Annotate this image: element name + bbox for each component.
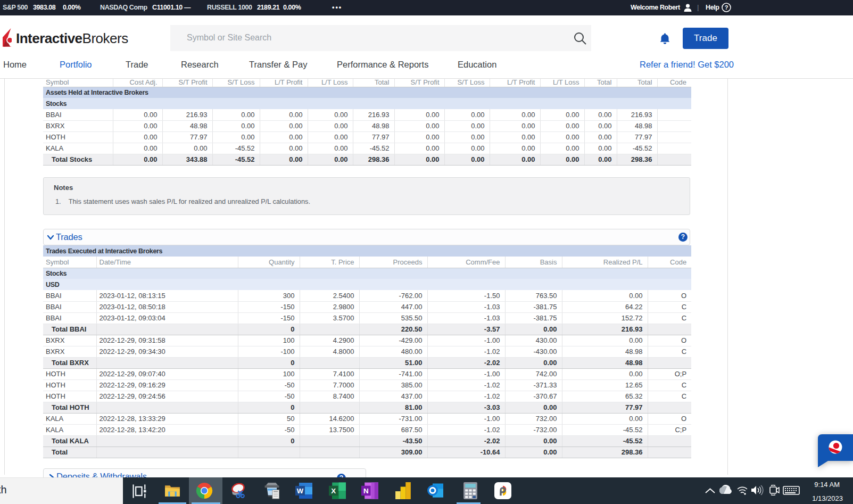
svg-text:N: N [363,487,369,495]
svg-text:X: X [331,487,336,495]
svg-text:?: ? [725,4,728,11]
svg-text:W: W [297,487,304,495]
